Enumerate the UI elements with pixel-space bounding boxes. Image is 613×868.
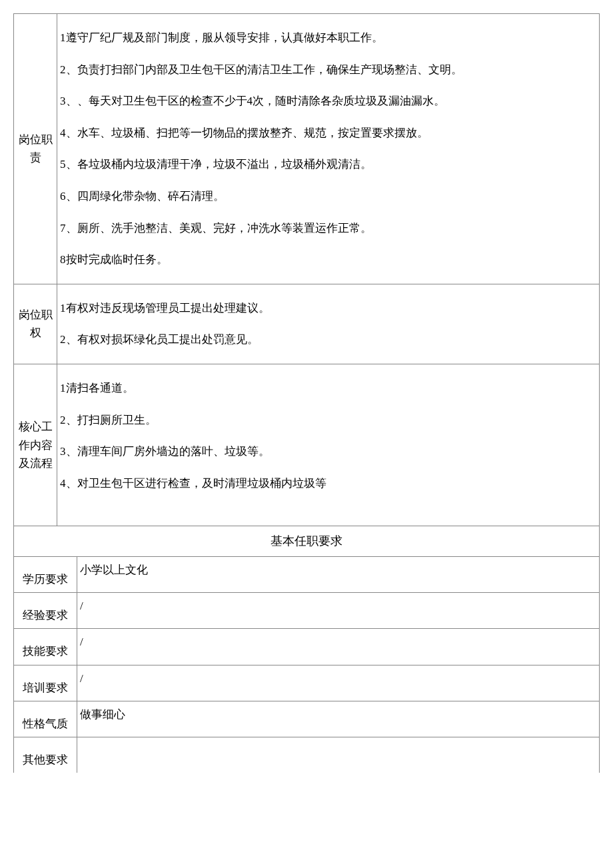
training-label: 培训要求	[14, 665, 77, 701]
experience-row: 经验要求 /	[14, 593, 600, 629]
personality-row: 性格气质 做事细心	[14, 701, 600, 737]
authority-content: 1有权对违反现场管理员工提出处理建议。 2、有权对损坏绿化员工提出处罚意见。	[57, 284, 600, 364]
workflow-content: 1清扫各通道。 2、打扫厕所卫生。 3、清理车间厂房外墙边的落叶、垃圾等。 4、…	[57, 364, 600, 526]
duties-item: 5、各垃圾桶内垃圾清理干净，垃圾不溢出，垃圾桶外观清洁。	[60, 149, 596, 181]
authority-label: 岗位职权	[14, 284, 57, 364]
skill-value: /	[77, 629, 600, 665]
workflow-item: 4、对卫生包干区进行检查，及时清理垃圾桶内垃圾等	[60, 468, 596, 500]
training-value: /	[77, 665, 600, 701]
job-description-table: 岗位职责 1遵守厂纪厂规及部门制度，服从领导安排，认真做好本职工作。 2、负责打…	[13, 13, 600, 773]
workflow-item: 3、清理车间厂房外墙边的落叶、垃圾等。	[60, 436, 596, 468]
education-value: 小学以上文化	[77, 557, 600, 593]
duties-label: 岗位职责	[14, 14, 57, 284]
duties-row: 岗位职责 1遵守厂纪厂规及部门制度，服从领导安排，认真做好本职工作。 2、负责打…	[14, 14, 600, 284]
duties-item: 2、负责打扫部门内部及卫生包干区的清洁卫生工作，确保生产现场整洁、文明。	[60, 54, 596, 86]
other-row: 其他要求	[14, 737, 600, 773]
education-row: 学历要求 小学以上文化	[14, 557, 600, 593]
duties-item: 6、四周绿化带杂物、碎石清理。	[60, 181, 596, 213]
workflow-item: 1清扫各通道。	[60, 372, 596, 404]
other-value	[77, 737, 600, 773]
duties-item: 1遵守厂纪厂规及部门制度，服从领导安排，认真做好本职工作。	[60, 22, 596, 54]
authority-row: 岗位职权 1有权对违反现场管理员工提出处理建议。 2、有权对损坏绿化员工提出处罚…	[14, 284, 600, 364]
duties-item: 8按时完成临时任务。	[60, 244, 596, 276]
other-label: 其他要求	[14, 737, 77, 773]
authority-item: 2、有权对损坏绿化员工提出处罚意见。	[60, 324, 596, 356]
workflow-label: 核心工作内容及流程	[14, 364, 57, 526]
skill-label: 技能要求	[14, 629, 77, 665]
experience-label: 经验要求	[14, 593, 77, 629]
requirements-header-row: 基本任职要求	[14, 526, 600, 557]
authority-item: 1有权对违反现场管理员工提出处理建议。	[60, 292, 596, 324]
personality-value: 做事细心	[77, 701, 600, 737]
duties-item: 4、水车、垃圾桶、扫把等一切物品的摆放整齐、规范，按定置要求摆放。	[60, 117, 596, 149]
experience-value: /	[77, 593, 600, 629]
duties-item: 7、厕所、洗手池整洁、美观、完好，冲洗水等装置运作正常。	[60, 213, 596, 244]
education-label: 学历要求	[14, 557, 77, 593]
workflow-row: 核心工作内容及流程 1清扫各通道。 2、打扫厕所卫生。 3、清理车间厂房外墙边的…	[14, 364, 600, 526]
training-row: 培训要求 /	[14, 665, 600, 701]
requirements-header: 基本任职要求	[14, 526, 600, 557]
skill-row: 技能要求 /	[14, 629, 600, 665]
duties-content: 1遵守厂纪厂规及部门制度，服从领导安排，认真做好本职工作。 2、负责打扫部门内部…	[57, 14, 600, 284]
personality-label: 性格气质	[14, 701, 77, 737]
duties-item: 3、、每天对卫生包干区的检查不少于4次，随时清除各杂质垃圾及漏油漏水。	[60, 85, 596, 117]
workflow-item: 2、打扫厕所卫生。	[60, 404, 596, 436]
